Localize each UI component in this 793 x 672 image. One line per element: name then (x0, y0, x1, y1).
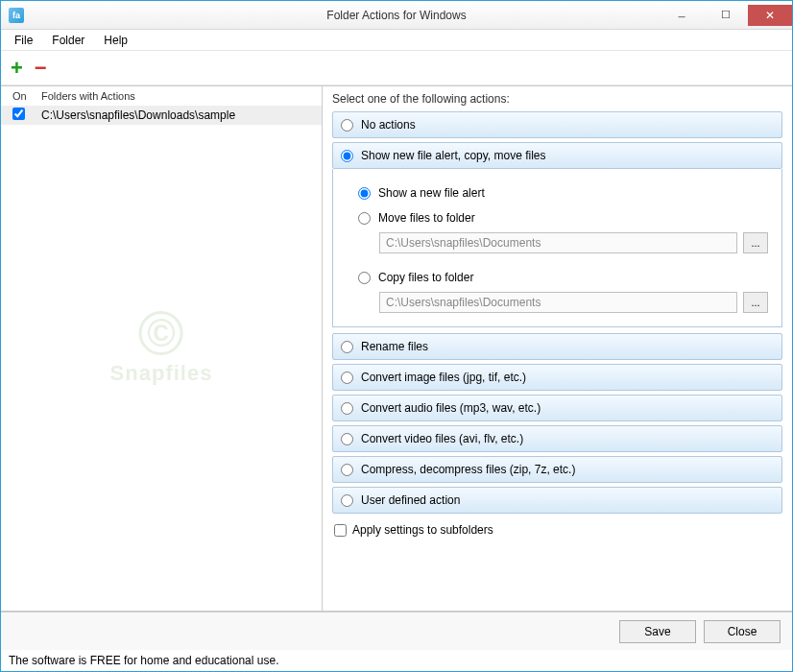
radio-show-alert[interactable] (341, 150, 353, 162)
action-compress[interactable]: Compress, decompress files (zip, 7z, etc… (332, 456, 782, 483)
action-label: Convert image files (jpg, tif, etc.) (361, 371, 526, 384)
copy-path-row: ... (379, 292, 768, 313)
folder-path: C:\Users\snapfiles\Downloads\sample (41, 108, 235, 122)
action-label: Compress, decompress files (zip, 7z, etc… (361, 463, 575, 476)
action-label: Convert video files (avi, flv, etc.) (361, 432, 523, 445)
apply-subfolders-checkbox[interactable] (334, 524, 347, 537)
action-label: No actions (361, 118, 416, 132)
action-no-actions[interactable]: No actions (332, 111, 782, 138)
save-button[interactable]: Save (619, 620, 696, 643)
suboption-label: Move files to folder (378, 211, 475, 225)
status-text: The software is FREE for home and educat… (9, 654, 278, 667)
window-controls (660, 5, 792, 26)
close-window-button[interactable] (748, 5, 792, 26)
radio-convert-video[interactable] (341, 433, 353, 445)
action-label: Rename files (361, 340, 428, 353)
suboption-show-alert[interactable]: Show a new file alert (347, 180, 768, 205)
suboption-label: Show a new file alert (378, 186, 485, 200)
action-convert-image[interactable]: Convert image files (jpg, tif, etc.) (332, 364, 782, 391)
app-icon: fa (9, 8, 24, 23)
radio-rename[interactable] (341, 341, 353, 353)
column-on: On (12, 90, 41, 102)
radio-user-defined[interactable] (341, 494, 353, 507)
suboption-move[interactable]: Move files to folder (347, 205, 768, 230)
add-folder-button[interactable]: + (11, 56, 23, 81)
move-path-input[interactable] (379, 232, 737, 253)
radio-convert-audio[interactable] (341, 402, 353, 415)
folders-panel: On Folders with Actions C:\Users\snapfil… (1, 86, 323, 611)
folder-row[interactable]: C:\Users\snapfiles\Downloads\sample (1, 106, 322, 125)
radio-no-actions[interactable] (341, 119, 353, 132)
footer: Save Close (1, 612, 792, 650)
titlebar: fa Folder Actions for Windows (1, 1, 792, 30)
action-convert-audio[interactable]: Convert audio files (mp3, wav, etc.) (332, 395, 782, 421)
apply-subfolders[interactable]: Apply settings to subfolders (332, 517, 782, 540)
suboption-copy[interactable]: Copy files to folder (347, 265, 768, 290)
toolbar: + − (1, 51, 792, 85)
watermark: © Snapfiles (110, 311, 213, 386)
folder-enabled-checkbox-wrap (12, 108, 41, 123)
content: On Folders with Actions C:\Users\snapfil… (1, 85, 792, 612)
minimize-button[interactable] (660, 5, 704, 26)
actions-panel: Select one of the following actions: No … (323, 86, 792, 611)
action-convert-video[interactable]: Convert video files (avi, flv, etc.) (332, 425, 782, 452)
radio-convert-image[interactable] (341, 372, 353, 384)
apply-subfolders-label: Apply settings to subfolders (352, 523, 493, 537)
column-folders: Folders with Actions (41, 90, 135, 102)
move-browse-button[interactable]: ... (743, 232, 768, 253)
menu-help[interactable]: Help (96, 32, 135, 49)
action-user-defined[interactable]: User defined action (332, 487, 782, 514)
menubar: File Folder Help (1, 30, 792, 51)
action-label: Show new file alert, copy, move files (361, 149, 546, 162)
folders-header: On Folders with Actions (1, 86, 322, 106)
watermark-copyright-icon: © (139, 311, 183, 355)
maximize-button[interactable] (704, 5, 748, 26)
action-rename[interactable]: Rename files (332, 333, 782, 360)
action-label: Convert audio files (mp3, wav, etc.) (361, 401, 541, 415)
copy-path-input[interactable] (379, 292, 737, 313)
action-show-alert[interactable]: Show new file alert, copy, move files (332, 142, 782, 169)
suboption-label: Copy files to folder (378, 271, 473, 284)
watermark-text: Snapfiles (110, 361, 213, 386)
move-path-row: ... (379, 232, 768, 253)
copy-browse-button[interactable]: ... (743, 292, 768, 313)
radio-sub-move[interactable] (358, 212, 371, 225)
menu-folder[interactable]: Folder (44, 32, 92, 49)
folder-enabled-checkbox[interactable] (12, 108, 25, 120)
radio-compress[interactable] (341, 464, 353, 476)
action-label: User defined action (361, 493, 460, 507)
radio-sub-copy[interactable] (358, 272, 371, 284)
radio-sub-show-alert[interactable] (358, 187, 371, 200)
close-button[interactable]: Close (704, 620, 781, 643)
show-alert-subpanel: Show a new file alert Move files to fold… (332, 169, 782, 327)
statusbar: The software is FREE for home and educat… (1, 650, 792, 671)
remove-folder-button[interactable]: − (35, 56, 47, 81)
menu-file[interactable]: File (7, 32, 40, 49)
actions-heading: Select one of the following actions: (332, 92, 782, 106)
